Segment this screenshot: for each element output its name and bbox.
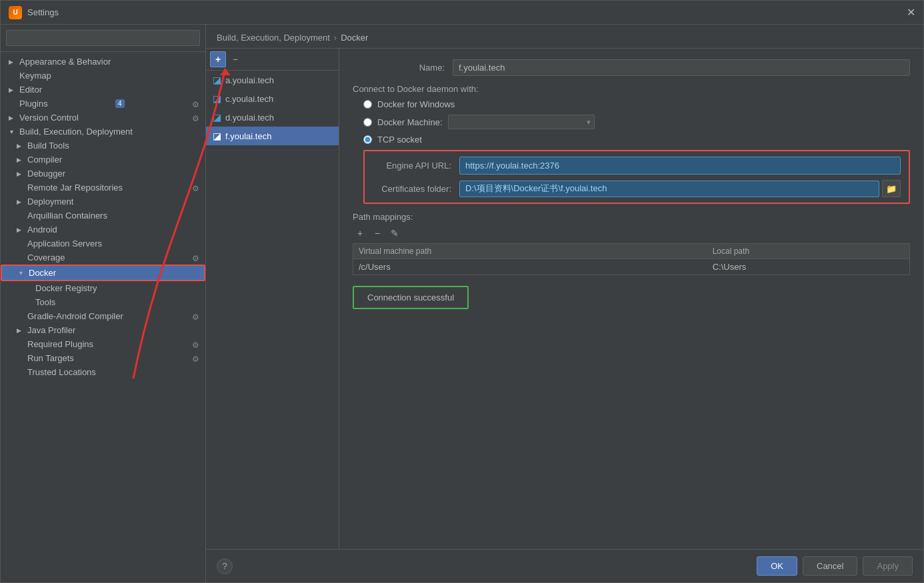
remove-docker-button[interactable]: − [227, 51, 243, 67]
docker-conn-d[interactable]: ◪ d.youlai.tech [206, 108, 339, 127]
sidebar-item-java-profiler[interactable]: ▶ Java Profiler [1, 323, 205, 337]
docker-machine-select-wrapper [448, 115, 595, 129]
docker-conn-f[interactable]: ◪ f.youlai.tech [206, 127, 339, 145]
item-label: Version Control [19, 113, 79, 123]
sidebar-item-gradle-android[interactable]: Gradle-Android Compiler ⚙ [1, 309, 205, 323]
certs-input[interactable] [459, 181, 879, 197]
conn-label: f.youlai.tech [225, 131, 271, 141]
title-bar-left: U Settings [9, 6, 59, 19]
item-label: Remote Jar Repositories [27, 183, 123, 193]
docker-conn-c[interactable]: ◪ c.youlai.tech [206, 89, 339, 108]
tcp-socket-label: TCP socket [377, 135, 422, 145]
docker-list-toolbar: + − [206, 49, 339, 71]
item-label: Required Plugins [27, 339, 93, 349]
item-label: Tools [35, 297, 55, 307]
connect-section: Connect to Docker daemon with: [353, 84, 910, 94]
breadcrumb-current: Docker [341, 33, 368, 43]
conn-label: a.youlai.tech [225, 75, 274, 85]
search-input[interactable] [6, 30, 200, 46]
expand-arrow: ▶ [17, 157, 25, 163]
path-mappings-section: Path mappings: + − ✎ Virtual machine pat… [353, 212, 910, 275]
sidebar-item-coverage[interactable]: Coverage ⚙ [1, 251, 205, 265]
close-button[interactable]: ✕ [907, 7, 915, 18]
sidebar-item-tools[interactable]: Tools [1, 295, 205, 309]
expand-arrow: ▶ [17, 143, 25, 149]
sidebar-item-editor[interactable]: ▶ Editor [1, 83, 205, 97]
sidebar-item-docker[interactable]: ▼ Docker [1, 265, 205, 281]
ok-button[interactable]: OK [757, 556, 797, 576]
item-label: Application Servers [27, 239, 102, 249]
docker-connection-list: ◪ a.youlai.tech ◪ c.youlai.tech ◪ d.youl… [206, 71, 339, 549]
col-vm: Virtual machine path [353, 244, 707, 259]
item-label: Docker [29, 268, 56, 278]
sidebar: ▶ Appearance & Behavior Keymap ▶ Editor … [1, 25, 206, 582]
docker-list: + − ◪ a.youlai.tech ◪ c.youlai.tech [206, 49, 339, 549]
item-label: Build Tools [27, 141, 69, 151]
pm-remove-button[interactable]: − [370, 226, 385, 241]
tcp-socket-row: TCP socket [353, 135, 910, 145]
sidebar-item-build-exec-deploy[interactable]: ▼ Build, Execution, Deployment [1, 125, 205, 139]
name-input[interactable] [453, 59, 910, 76]
expand-arrow: ▶ [9, 115, 17, 121]
apply-button[interactable]: Apply [863, 556, 913, 576]
conn-label: d.youlai.tech [225, 113, 274, 123]
table-row: /c/Users C:\Users [353, 259, 910, 275]
cancel-button[interactable]: Cancel [803, 556, 857, 576]
expand-arrow: ▶ [9, 59, 17, 65]
sidebar-item-plugins[interactable]: Plugins 4 ⚙ [1, 97, 205, 111]
sidebar-item-debugger[interactable]: ▶ Debugger [1, 167, 205, 181]
docker-windows-radio[interactable] [363, 100, 372, 109]
col-local: Local path [707, 244, 910, 259]
sidebar-item-app-servers[interactable]: Application Servers [1, 237, 205, 251]
folder-browse-button[interactable]: 📁 [882, 180, 901, 197]
pm-add-button[interactable]: + [353, 226, 367, 241]
breadcrumb-parent: Build, Execution, Deployment [217, 33, 330, 43]
expand-arrow: ▶ [9, 87, 17, 93]
sidebar-item-compiler[interactable]: ▶ Compiler [1, 153, 205, 167]
expand-arrow: ▶ [17, 327, 25, 334]
docker-form: Name: Connect to Docker daemon with: Doc… [339, 49, 923, 549]
sidebar-tree: ▶ Appearance & Behavior Keymap ▶ Editor … [1, 52, 205, 582]
docker-conn-a[interactable]: ◪ a.youlai.tech [206, 71, 339, 89]
pm-edit-button[interactable]: ✎ [387, 226, 402, 241]
breadcrumb-separator: › [334, 33, 337, 43]
breadcrumb: Build, Execution, Deployment › Docker [206, 25, 923, 49]
docker-machine-row: Docker Machine: [353, 115, 910, 129]
help-button[interactable]: ? [217, 558, 233, 574]
sidebar-item-trusted-locations[interactable]: Trusted Locations [1, 365, 205, 379]
sidebar-item-required-plugins[interactable]: Required Plugins ⚙ [1, 337, 205, 351]
item-label: Android [27, 225, 57, 235]
local-path: C:\Users [707, 259, 910, 275]
item-label: Keymap [19, 71, 51, 81]
expand-arrow: ▼ [18, 270, 26, 277]
sidebar-item-arquillian[interactable]: Arquillian Containers [1, 209, 205, 223]
search-box [1, 25, 205, 52]
item-label: Coverage [27, 253, 65, 263]
sidebar-item-run-targets[interactable]: Run Targets ⚙ [1, 351, 205, 365]
sidebar-item-version-control[interactable]: ▶ Version Control ⚙ [1, 111, 205, 125]
docker-windows-row: Docker for Windows [353, 99, 910, 109]
path-mappings-toolbar: + − ✎ [353, 226, 910, 241]
sidebar-item-deployment[interactable]: ▶ Deployment [1, 195, 205, 209]
sidebar-item-docker-registry[interactable]: Docker Registry [1, 281, 205, 295]
title-bar: U Settings ✕ [1, 1, 923, 25]
sidebar-item-android[interactable]: ▶ Android [1, 223, 205, 237]
certs-input-row: 📁 [459, 180, 901, 197]
docker-machine-radio[interactable] [363, 118, 372, 127]
docker-machine-select[interactable] [448, 115, 595, 129]
tcp-socket-radio[interactable] [363, 135, 372, 144]
content-area: ▶ Appearance & Behavior Keymap ▶ Editor … [1, 25, 923, 582]
sidebar-item-build-tools[interactable]: ▶ Build Tools [1, 139, 205, 153]
item-label: Run Targets [27, 353, 74, 363]
sidebar-item-appearance[interactable]: ▶ Appearance & Behavior [1, 55, 205, 69]
settings-window: U Settings ✕ ▶ Appearance & Behavior Key… [0, 0, 924, 583]
expand-arrow: ▼ [9, 129, 17, 135]
docker-machine-label: Docker Machine: [377, 117, 443, 127]
engine-url-input[interactable] [459, 157, 901, 175]
item-label: Deployment [27, 197, 73, 207]
sidebar-item-remote-jar[interactable]: Remote Jar Repositories ⚙ [1, 181, 205, 195]
add-docker-button[interactable]: + [210, 51, 226, 67]
sidebar-item-keymap[interactable]: Keymap [1, 69, 205, 83]
item-label: Trusted Locations [27, 367, 96, 377]
gear-icon: ⚙ [192, 100, 200, 108]
